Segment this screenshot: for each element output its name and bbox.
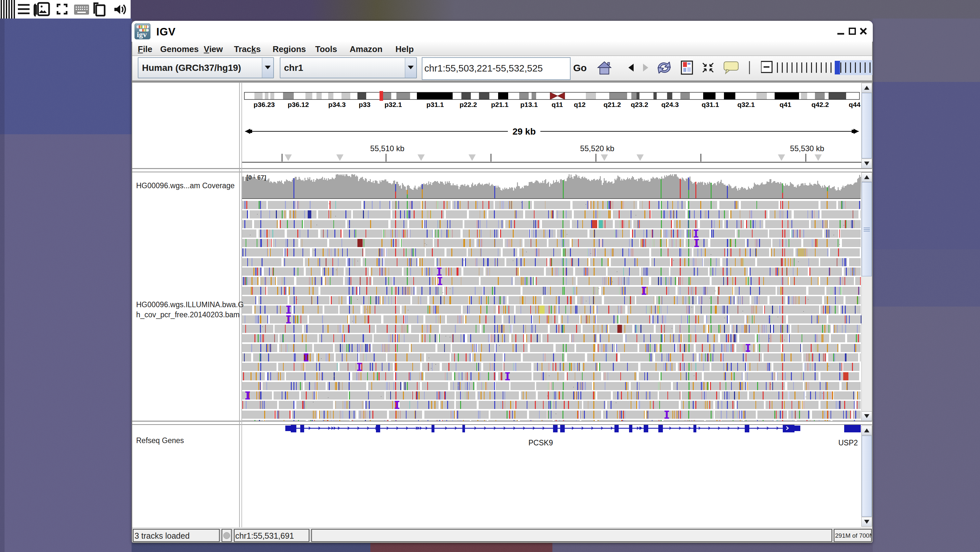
- svg-text:q41: q41: [780, 101, 792, 108]
- svg-text:q44: q44: [849, 101, 861, 108]
- svg-text:p32.1: p32.1: [384, 101, 402, 108]
- svg-text:q12: q12: [574, 101, 585, 108]
- svg-text:USP2: USP2: [838, 439, 858, 447]
- svg-text:q11: q11: [551, 101, 563, 108]
- svg-text:p22.2: p22.2: [460, 101, 477, 108]
- svg-text:[0 - 67]: [0 - 67]: [246, 174, 266, 181]
- svg-text:q23.2: q23.2: [631, 101, 648, 108]
- svg-text:p21.1: p21.1: [491, 101, 509, 108]
- svg-text:p36.12: p36.12: [288, 101, 309, 108]
- svg-text:q32.1: q32.1: [737, 101, 755, 108]
- svg-text:igv: igv: [137, 30, 147, 39]
- svg-text:55,520 kb: 55,520 kb: [580, 144, 614, 153]
- svg-text:55,510 kb: 55,510 kb: [370, 144, 404, 153]
- svg-text:p31.1: p31.1: [426, 101, 444, 108]
- svg-text:p34.3: p34.3: [328, 101, 346, 108]
- svg-text:q31.1: q31.1: [702, 101, 719, 108]
- svg-text:p33: p33: [359, 101, 371, 108]
- svg-text:q42.2: q42.2: [811, 101, 829, 108]
- svg-text:PCSK9: PCSK9: [528, 439, 553, 447]
- svg-text:p36.23: p36.23: [253, 101, 275, 108]
- svg-text:q21.2: q21.2: [603, 101, 621, 108]
- svg-text:29 kb: 29 kb: [512, 126, 536, 137]
- svg-text:p13.1: p13.1: [520, 101, 538, 108]
- svg-text:q24.3: q24.3: [661, 101, 679, 108]
- svg-text:55,530 kb: 55,530 kb: [790, 144, 824, 153]
